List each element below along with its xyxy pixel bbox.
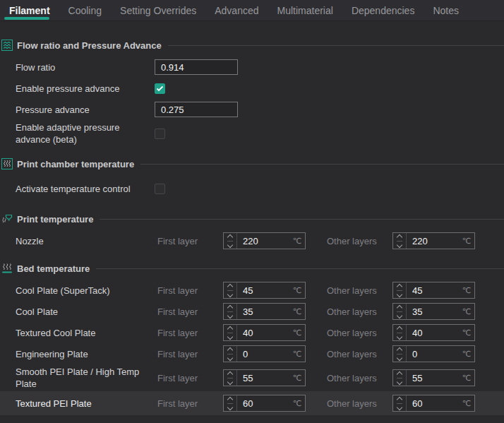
- spin-down-icon[interactable]: [397, 379, 402, 384]
- spin-down-icon[interactable]: [397, 333, 402, 339]
- smooth-pei-plate-other-layers-input[interactable]: [407, 372, 462, 384]
- spin-up-icon[interactable]: [397, 326, 402, 331]
- spinner-arrows[interactable]: [224, 325, 237, 340]
- spin-down-icon[interactable]: [227, 312, 233, 318]
- celsius-unit: ℃: [293, 307, 305, 316]
- spin-up-icon[interactable]: [397, 347, 402, 352]
- other-layers-label: Other layers: [324, 306, 392, 317]
- textured-pei-plate-other-layers-input[interactable]: [407, 398, 462, 410]
- cool-plate-first-layer-input[interactable]: [237, 306, 293, 318]
- nozzle-first-layer-input[interactable]: [237, 235, 293, 247]
- textured-pei-plate-other-layers-spinner[interactable]: ℃: [392, 395, 475, 412]
- pressure-advance-input[interactable]: [155, 102, 238, 117]
- tab-filament[interactable]: Filament: [0, 0, 59, 20]
- spin-up-icon[interactable]: [227, 234, 233, 239]
- engineering-plate-other-layers-input[interactable]: [407, 348, 462, 360]
- cool-plate-other-layers-input[interactable]: [407, 306, 462, 318]
- engineering-plate-other-layers-spinner[interactable]: ℃: [392, 345, 475, 362]
- tab-setting-overrides[interactable]: Setting Overrides: [111, 0, 205, 20]
- activate-temperature-control-checkbox[interactable]: [155, 184, 165, 194]
- textured-pei-plate-first-layer-input[interactable]: [237, 398, 293, 410]
- section-divider: [96, 268, 504, 269]
- spin-up-icon[interactable]: [397, 304, 402, 310]
- other-layers-label: Other layers: [324, 398, 392, 409]
- flow-ratio-input[interactable]: [155, 59, 238, 75]
- row-nozzle-temperature: Nozzle First layer ℃ Other layers ℃: [0, 230, 504, 251]
- spinner-arrow-divider: [227, 378, 233, 379]
- nozzle-other-layers-input[interactable]: [407, 235, 462, 247]
- spinner-arrow-divider: [227, 354, 233, 355]
- nozzle-label: Nozzle: [16, 235, 155, 247]
- spinner-arrows[interactable]: [393, 370, 407, 386]
- spinner-arrow-divider: [397, 290, 402, 291]
- spin-down-icon[interactable]: [227, 333, 233, 339]
- celsius-unit: ℃: [293, 399, 305, 408]
- enable-pressure-advance-checkbox[interactable]: [155, 83, 165, 94]
- spin-up-icon[interactable]: [397, 371, 402, 376]
- spin-down-icon[interactable]: [227, 355, 233, 360]
- spin-up-icon[interactable]: [227, 304, 233, 310]
- chamber-temperature-icon: [1, 158, 13, 169]
- engineering-plate-first-layer-spinner[interactable]: ℃: [223, 345, 306, 362]
- cool-plate-supertack-other-layers-input[interactable]: [407, 285, 462, 297]
- spinner-arrows[interactable]: [224, 395, 237, 411]
- spinner-arrows[interactable]: [224, 370, 237, 386]
- tab-notes[interactable]: Notes: [424, 0, 468, 20]
- textured-pei-plate-first-layer-spinner[interactable]: ℃: [223, 395, 306, 412]
- spin-up-icon[interactable]: [227, 396, 233, 402]
- cool-plate-supertack-other-layers-spinner[interactable]: ℃: [392, 282, 475, 299]
- spin-down-icon[interactable]: [227, 379, 233, 384]
- spin-up-icon[interactable]: [397, 234, 402, 239]
- spinner-arrows[interactable]: [393, 233, 407, 249]
- first-layer-label: First layer: [155, 236, 223, 246]
- spin-down-icon[interactable]: [227, 404, 233, 410]
- nozzle-other-layers-spinner[interactable]: ℃: [392, 232, 475, 249]
- row-enable-pressure-advance: Enable pressure advance: [0, 78, 504, 99]
- spinner-arrows[interactable]: [393, 346, 407, 362]
- smooth-pei-plate-other-layers-spinner[interactable]: ℃: [392, 369, 475, 386]
- spinner-arrows[interactable]: [224, 346, 237, 362]
- tab-dependencies[interactable]: Dependencies: [342, 0, 424, 20]
- spinner-arrows[interactable]: [224, 304, 237, 319]
- cool-plate-supertack-first-layer-input[interactable]: [237, 285, 293, 297]
- smooth-pei-plate-first-layer-input[interactable]: [237, 372, 293, 384]
- spinner-arrows[interactable]: [224, 233, 237, 249]
- spin-down-icon[interactable]: [397, 242, 402, 247]
- spin-down-icon[interactable]: [397, 404, 402, 410]
- spin-down-icon[interactable]: [397, 312, 402, 318]
- tab-multimaterial[interactable]: Multimaterial: [268, 0, 342, 20]
- tab-advanced[interactable]: Advanced: [205, 0, 268, 20]
- cool-plate-supertack-first-layer-spinner[interactable]: ℃: [223, 282, 306, 299]
- spinner-arrows[interactable]: [393, 304, 407, 319]
- adaptive-pressure-advance-checkbox[interactable]: [155, 129, 165, 139]
- spin-down-icon[interactable]: [397, 291, 402, 297]
- textured-cool-plate-other-layers-spinner[interactable]: ℃: [392, 324, 475, 341]
- spin-up-icon[interactable]: [227, 326, 233, 331]
- textured-cool-plate-first-layer-input[interactable]: [237, 327, 293, 339]
- textured-cool-plate-other-layers-input[interactable]: [407, 327, 462, 339]
- cool-plate-other-layers-spinner[interactable]: ℃: [392, 303, 475, 320]
- smooth-pei-plate-first-layer-spinner[interactable]: ℃: [223, 369, 306, 386]
- spin-down-icon[interactable]: [397, 355, 402, 360]
- spin-up-icon[interactable]: [397, 283, 402, 289]
- spin-up-icon[interactable]: [227, 371, 233, 376]
- spin-down-icon[interactable]: [227, 242, 233, 247]
- engineering-plate-first-layer-input[interactable]: [237, 348, 293, 360]
- spin-down-icon[interactable]: [227, 291, 233, 297]
- spin-up-icon[interactable]: [227, 347, 233, 352]
- row-textured-cool-plate: Textured Cool Plate First layer ℃ Other …: [0, 322, 504, 343]
- bed-temperature-icon: [1, 263, 13, 274]
- spinner-arrows[interactable]: [224, 282, 237, 298]
- section-divider: [100, 219, 504, 220]
- spinner-arrows[interactable]: [393, 282, 407, 298]
- spin-up-icon[interactable]: [397, 396, 402, 402]
- spinner-arrows[interactable]: [393, 395, 407, 411]
- textured-cool-plate-first-layer-spinner[interactable]: ℃: [223, 324, 306, 341]
- spin-up-icon[interactable]: [227, 283, 233, 289]
- nozzle-temperature-icon: [1, 213, 13, 225]
- tab-cooling[interactable]: Cooling: [59, 0, 111, 20]
- cool-plate-first-layer-spinner[interactable]: ℃: [223, 303, 306, 320]
- nozzle-first-layer-spinner[interactable]: ℃: [223, 232, 306, 249]
- celsius-unit: ℃: [293, 350, 305, 359]
- spinner-arrows[interactable]: [393, 325, 407, 340]
